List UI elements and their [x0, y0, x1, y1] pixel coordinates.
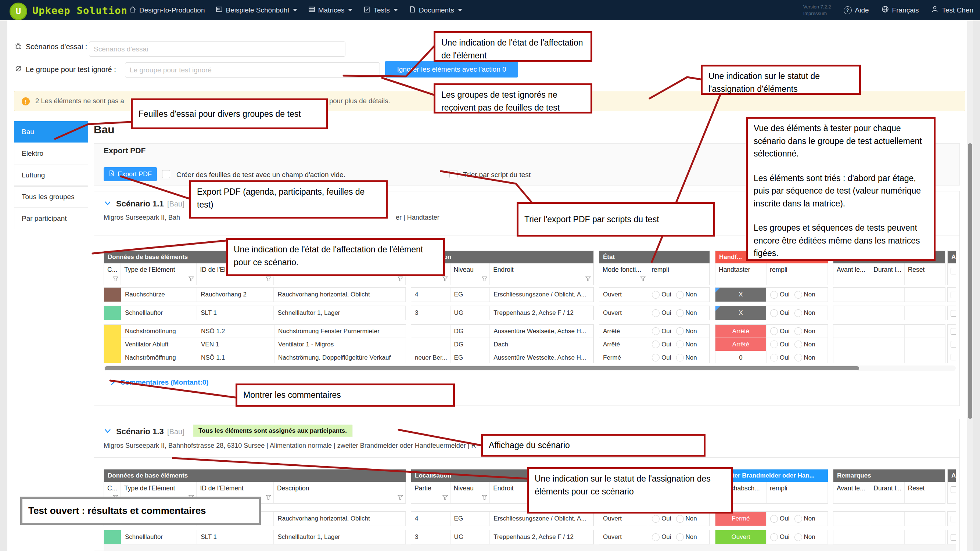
- nav-item-beispiele-schoenbuehl[interactable]: Beispiele Schönbühl: [216, 6, 297, 15]
- nav-item-tests[interactable]: Tests: [363, 6, 398, 15]
- language-selector[interactable]: Français: [881, 5, 919, 15]
- cell-reset[interactable]: [905, 338, 945, 351]
- ignored-group-input[interactable]: [125, 62, 380, 78]
- filter-funnel-icon[interactable]: [398, 494, 403, 502]
- col-header-endroit: Endroit: [493, 484, 513, 492]
- cell-type: Nachströmöffnung: [121, 351, 197, 363]
- row-checkbox[interactable]: [951, 328, 956, 335]
- status-cell[interactable]: Fermé: [716, 512, 767, 526]
- status-cell[interactable]: X: [716, 306, 767, 320]
- radio-oui-non[interactable]: OuiNon: [652, 534, 700, 541]
- row-checkbox[interactable]: [951, 268, 956, 275]
- radio-oui-non[interactable]: OuiNon: [652, 340, 700, 348]
- vertical-scrollbar-thumb[interactable]: [968, 143, 972, 419]
- status-cell[interactable]: X: [716, 287, 767, 302]
- radio-oui-non[interactable]: OuiNon: [770, 327, 818, 335]
- cell-reset[interactable]: [905, 287, 945, 302]
- filter-funnel-icon[interactable]: [585, 275, 591, 283]
- status-cell[interactable]: 0: [716, 351, 767, 363]
- sidebar-item-tous-les-groupes[interactable]: Tous les groupes: [14, 186, 88, 208]
- radio-oui-non[interactable]: OuiNon: [652, 327, 700, 335]
- collapse-chevron-icon[interactable]: [104, 200, 111, 207]
- cell-avant[interactable]: [834, 325, 870, 338]
- collapse-chevron-icon[interactable]: [104, 428, 111, 435]
- annotation-assign-state-element: Une indication de l'état de l'affectatio…: [434, 31, 592, 62]
- help-link[interactable]: ? Aide: [844, 6, 869, 14]
- user-menu[interactable]: Test Chen: [931, 5, 974, 15]
- checkbox-empty-action-label: Créer des feuilles de test avec un champ…: [177, 171, 345, 179]
- row-checkbox[interactable]: [951, 486, 956, 493]
- cell-reset[interactable]: [905, 512, 945, 526]
- cell-durant[interactable]: [870, 512, 904, 526]
- expand-chevron-icon[interactable]: [110, 379, 115, 387]
- cell-durant[interactable]: [870, 338, 904, 351]
- status-cell[interactable]: Arrêté: [716, 325, 767, 338]
- radio-oui-non[interactable]: OuiNon: [770, 534, 818, 541]
- cell-durant[interactable]: [870, 325, 904, 338]
- filter-funnel-icon[interactable]: [266, 494, 271, 502]
- cell-avant[interactable]: [834, 351, 870, 363]
- table-row: Ouvert OuiNon: [715, 530, 828, 545]
- cell-avant[interactable]: [834, 338, 870, 351]
- cell-niveau: UG: [450, 306, 490, 320]
- radio-oui-non[interactable]: OuiNon: [652, 291, 700, 299]
- cell-id: Rauchvorhang 2: [197, 287, 274, 302]
- cell-avant[interactable]: [834, 512, 870, 526]
- scenario-search-input[interactable]: [89, 41, 345, 57]
- radio-oui-non[interactable]: OuiNon: [770, 309, 818, 317]
- col-header-durant: Durant l...: [873, 484, 901, 492]
- row-checkbox[interactable]: [951, 354, 956, 360]
- cell-reset[interactable]: [905, 351, 945, 363]
- radio-oui-non[interactable]: OuiNon: [770, 354, 818, 362]
- filter-funnel-icon[interactable]: [640, 275, 646, 283]
- sidebar-item-bau[interactable]: Bau: [14, 121, 88, 143]
- app-logo[interactable]: U: [10, 3, 27, 20]
- filter-funnel-icon[interactable]: [482, 494, 487, 502]
- cell-durant[interactable]: [870, 351, 904, 363]
- filter-funnel-icon[interactable]: [442, 275, 448, 283]
- radio-oui-non[interactable]: OuiNon: [770, 291, 818, 299]
- radio-oui-non[interactable]: OuiNon: [770, 515, 818, 523]
- filter-funnel-icon[interactable]: [188, 275, 194, 283]
- radio-oui-non[interactable]: OuiNon: [652, 515, 700, 523]
- sidebar-item-lueftung[interactable]: Lüftung: [14, 165, 88, 186]
- radio-oui-non[interactable]: OuiNon: [652, 309, 700, 317]
- nav-item-matrices[interactable]: Matrices: [308, 6, 353, 15]
- cell-durant[interactable]: [870, 530, 904, 544]
- radio-oui-non[interactable]: OuiNon: [770, 340, 818, 348]
- filter-funnel-icon[interactable]: [266, 275, 271, 283]
- nav-item-documents[interactable]: Documents: [409, 6, 462, 15]
- cell-durant[interactable]: [870, 306, 904, 320]
- horizontal-scrollbar-track[interactable]: [103, 545, 956, 551]
- checkbox-sort-script[interactable]: [449, 170, 458, 178]
- row-checkbox[interactable]: [951, 292, 956, 298]
- row-checkbox[interactable]: [951, 534, 956, 541]
- cell-avant[interactable]: [834, 306, 870, 320]
- filter-funnel-icon[interactable]: [442, 494, 448, 502]
- comments-link[interactable]: Commentaires (Montant:0): [120, 378, 209, 386]
- filter-funnel-icon[interactable]: [482, 275, 487, 283]
- row-checkbox[interactable]: [951, 516, 956, 522]
- checkbox-empty-action[interactable]: [162, 170, 170, 178]
- horizontal-scrollbar-thumb[interactable]: [105, 366, 859, 370]
- row-checkbox[interactable]: [951, 341, 956, 348]
- status-cell[interactable]: Ouvert: [716, 530, 767, 544]
- nav-item-design-to-production[interactable]: Design-to-Production: [129, 6, 205, 15]
- cell-reset[interactable]: [905, 306, 945, 320]
- sidebar-item-par-participant[interactable]: Par participant: [14, 208, 88, 229]
- cell-durant[interactable]: [870, 287, 904, 302]
- row-checkbox[interactable]: [951, 310, 956, 317]
- radio-oui-non[interactable]: OuiNon: [652, 354, 700, 362]
- cell-avant[interactable]: [834, 287, 870, 302]
- cell-reset[interactable]: [905, 530, 945, 544]
- ignore-elements-button[interactable]: Ignorer les éléments avec l'action 0: [385, 61, 518, 78]
- sidebar-item-elektro[interactable]: Elektro: [14, 143, 88, 164]
- filter-funnel-icon[interactable]: [113, 275, 118, 283]
- status-cell[interactable]: Arrêté: [716, 338, 767, 351]
- cell-reset[interactable]: [905, 325, 945, 338]
- filter-funnel-icon[interactable]: [398, 275, 403, 283]
- sidebar-label: Elektro: [22, 149, 43, 157]
- export-pdf-button[interactable]: Export PDF: [103, 167, 157, 181]
- cell-avant[interactable]: [834, 530, 870, 544]
- impressum-link[interactable]: Impressum: [803, 10, 831, 17]
